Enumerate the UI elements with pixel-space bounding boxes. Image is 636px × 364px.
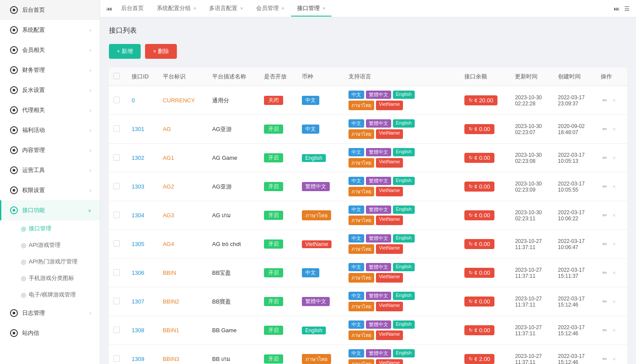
tab-close-icon[interactable]: × [322,6,325,11]
balance-button[interactable]: ↻¢ 0.00 [464,210,494,220]
row-checkbox[interactable] [113,212,120,218]
sidebar-item-ops[interactable]: 运营工具 › [0,160,100,180]
sidebar-item-welfare[interactable]: 福利活动 › [0,120,100,140]
sidebar-item-perm[interactable]: 权限设置 › [0,180,100,200]
row-checkbox[interactable] [113,154,120,161]
sidebar-sub-item-api-mgmt[interactable]: ◎ 接口管理 [21,220,100,237]
tab-multilang[interactable]: 多语言配置 × [203,1,249,17]
tab-home[interactable]: 后台首页 [115,1,150,17]
data-table: 接口ID 平台标识 平台描述名称 是否开放 币种 支持语言 接口余额 更新时间 … [109,67,627,364]
tab-nav-next[interactable]: ⏭ [612,3,622,14]
tab-close-icon[interactable]: × [240,6,243,11]
balance-button[interactable]: ↻¢ 0.00 [464,182,494,192]
edit-button[interactable]: ✏ [601,211,609,219]
sidebar-item-agent[interactable]: 代理相关 › [0,100,100,120]
edit-button[interactable]: ✏ [601,355,609,363]
add-button[interactable]: + 新增 [109,44,141,59]
cell-balance[interactable]: ↻¢ 0.00 [460,115,511,144]
lang-tag: English [393,177,415,185]
cell-id: 1301 [127,115,158,144]
cell-currency: 繁體中文 [298,172,344,201]
balance-button[interactable]: ↻¢ 0.00 [464,268,494,278]
row-checkbox[interactable] [113,298,120,304]
row-delete-button[interactable]: × [611,125,618,133]
tab-label: 系统配置分组 [157,4,191,12]
sidebar-sub-item-api-hot[interactable]: ◎ API热门游戏厅管理 [21,253,100,270]
cell-balance[interactable]: ↻¢ 0.00 [460,172,511,201]
edit-button[interactable]: ✏ [601,326,609,334]
sidebar-sub-item-chess[interactable]: ◎ 电子/棋牌游戏管理 [21,286,100,303]
row-delete-button[interactable]: × [611,96,618,104]
edit-button[interactable]: ✏ [601,240,609,248]
cell-balance[interactable]: ↻¢ 0.00 [460,316,511,345]
balance-button[interactable]: ↻¢ 0.00 [464,325,494,335]
edit-button[interactable]: ✏ [601,182,609,191]
cell-actions: ✏ × [596,144,627,172]
balance-button[interactable]: ↻¢ 2.00 [464,354,494,364]
row-delete-button[interactable]: × [611,297,618,306]
delete-button[interactable]: × 删除 [145,44,177,59]
table-header-row: 接口ID 平台标识 平台描述名称 是否开放 币种 支持语言 接口余额 更新时间 … [109,67,627,86]
cell-balance[interactable]: ↻¢ 0.00 [460,201,511,230]
row-checkbox[interactable] [113,240,120,247]
balance-button[interactable]: ↻¢ 0.00 [464,153,494,163]
row-checkbox[interactable] [113,269,120,276]
edit-button[interactable]: ✏ [601,96,609,104]
cell-balance[interactable]: ↻¢ 20.00 [460,86,511,115]
tab-close-icon[interactable]: × [193,6,196,11]
cell-platform-id: BBIN3 [159,345,208,364]
balance-button[interactable]: ↻¢ 20.00 [464,95,497,105]
sidebar-item-rebate[interactable]: 反水设置 › [0,80,100,100]
row-checkbox[interactable] [113,327,120,333]
cell-balance[interactable]: ↻¢ 0.00 [460,287,511,316]
tab-apimgmt[interactable]: 接口管理 × [291,1,331,17]
currency-badge: 繁體中文 [302,182,330,191]
edit-button[interactable]: ✏ [601,125,609,133]
row-delete-button[interactable]: × [611,240,618,248]
sidebar-item-finance[interactable]: 财务管理 › [0,60,100,80]
data-table-wrap: 接口ID 平台标识 平台描述名称 是否开放 币种 支持语言 接口余额 更新时间 … [109,67,627,364]
row-checkbox[interactable] [113,125,120,132]
cell-balance[interactable]: ↻¢ 0.00 [460,230,511,259]
balance-button[interactable]: ↻¢ 0.00 [464,124,494,134]
balance-button[interactable]: ↻¢ 0.00 [464,239,494,249]
sidebar-item-member[interactable]: 会员相关 › [0,40,100,60]
sidebar-sub-item-mobile-game[interactable]: ◎ 手机游戏分类图标 [21,270,100,286]
row-delete-button[interactable]: × [611,326,618,334]
sidebar-item-system[interactable]: 系统配置 › [0,20,100,40]
row-delete-button[interactable]: × [611,211,618,219]
edit-button[interactable]: ✏ [601,297,609,306]
lang-tag: ภาษาไทย [348,273,374,283]
row-delete-button[interactable]: × [611,182,618,191]
sidebar-item-home[interactable]: 后台首页 [0,0,100,20]
cell-platform-id: AG1 [159,144,208,172]
sidebar-sub-item-api-game[interactable]: ◎ API游戏管理 [21,237,100,253]
tab-membermgmt[interactable]: 会员管理 × [250,1,290,17]
row-checkbox[interactable] [113,97,120,103]
tab-menu-btn[interactable]: ☰ [622,3,632,14]
sidebar-sub-label: API游戏管理 [29,241,61,249]
edit-button[interactable]: ✏ [601,154,609,162]
cell-balance[interactable]: ↻¢ 0.00 [460,144,511,172]
tab-sysconfig[interactable]: 系统配置分组 × [151,1,202,17]
cell-balance[interactable]: ↻¢ 2.00 [460,345,511,364]
balance-button[interactable]: ↻¢ 0.00 [464,297,494,307]
edit-button[interactable]: ✏ [601,269,609,277]
row-checkbox[interactable] [113,183,120,189]
select-all-checkbox[interactable] [113,73,120,79]
lang-tag: 繁體中文 [366,91,391,99]
tab-nav-prev[interactable]: ⏮ [105,3,114,14]
row-checkbox[interactable] [113,355,120,362]
sidebar-item-content[interactable]: 内容管理 › [0,140,100,160]
cell-balance[interactable]: ↻¢ 0.00 [460,259,511,287]
tab-close-icon[interactable]: × [281,6,284,11]
row-delete-button[interactable]: × [611,269,618,277]
currency-badge: English [302,327,326,334]
row-delete-button[interactable]: × [611,154,618,162]
sidebar-item-api[interactable]: 接口功能 ∨ [0,200,100,220]
table-body: 0CURRENCY通用分关闭中文中文繁體中文EnglishภาษาไทยViet… [109,86,627,364]
sidebar-item-log[interactable]: 日志管理 › [0,303,100,323]
row-delete-button[interactable]: × [611,355,618,363]
sidebar-item-msg[interactable]: 站内信 [0,323,100,343]
cell-id: 1302 [127,144,158,172]
